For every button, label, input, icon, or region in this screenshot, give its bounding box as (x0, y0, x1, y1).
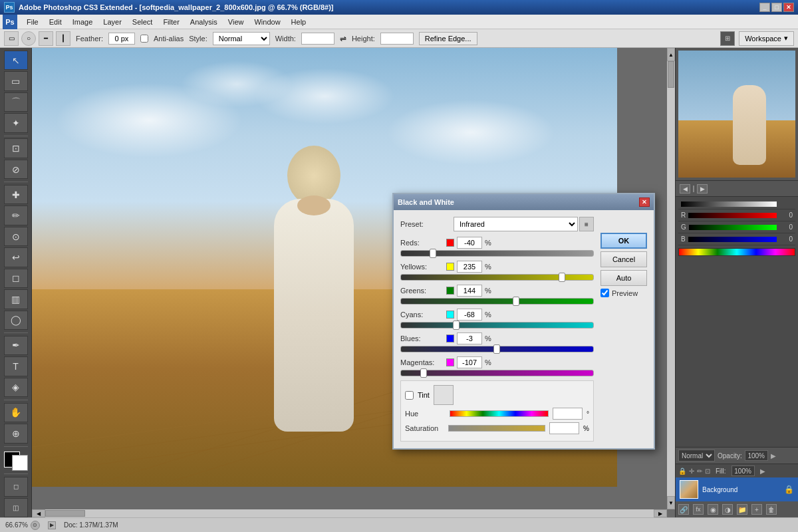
refine-edge-button[interactable]: Refine Edge... (419, 32, 477, 45)
quickmask-mode-btn[interactable]: ◫ (4, 498, 28, 517)
brush-small-icon[interactable]: ✏ (697, 467, 702, 475)
magentas-thumb[interactable] (420, 368, 427, 378)
move-tool[interactable]: ↖ (4, 51, 28, 70)
fx-btn[interactable]: fx (693, 504, 704, 515)
yellows-slider[interactable] (400, 274, 594, 281)
preset-options-btn[interactable]: ≡ (579, 217, 594, 231)
workspace-button[interactable]: Workspace ▾ (739, 31, 794, 46)
delete-layer-btn[interactable]: 🗑 (766, 504, 777, 515)
text-tool[interactable]: T (4, 356, 28, 376)
add-mask-btn[interactable]: ◉ (708, 504, 718, 515)
heal-tool[interactable]: ✚ (4, 185, 28, 204)
menu-select[interactable]: Select (127, 17, 158, 27)
reds-thumb[interactable] (430, 249, 436, 258)
fill-arrow-icon[interactable]: ▶ (760, 467, 765, 475)
menu-view[interactable]: View (223, 17, 249, 27)
status-nav-btn[interactable]: ▶ (48, 521, 56, 529)
marquee-ellipse-btn[interactable]: ○ (21, 31, 36, 46)
color-swatches[interactable] (4, 452, 28, 471)
vertical-scrollbar[interactable]: ▲ ▼ (667, 48, 675, 509)
maximize-button[interactable]: □ (771, 3, 782, 12)
lock-icon[interactable]: 🔒 (678, 467, 686, 475)
scroll-up-btn[interactable]: ▲ (667, 48, 675, 61)
menu-image[interactable]: Image (67, 17, 98, 27)
opacity-arrow-icon[interactable]: ▶ (771, 452, 776, 460)
move-icon[interactable]: ✛ (689, 467, 694, 475)
cyans-input[interactable]: -68 (457, 309, 482, 321)
layer-blend-dropdown[interactable]: Normal (678, 450, 715, 462)
saturation-input[interactable] (549, 422, 579, 434)
greens-input[interactable]: 144 (457, 285, 482, 297)
fill-input[interactable]: 100% (732, 466, 755, 476)
preset-select[interactable]: Infrared Default High Contrast Blue Filt… (454, 217, 578, 231)
minimize-button[interactable]: _ (759, 3, 770, 12)
menu-file[interactable]: File (21, 17, 44, 27)
bw-dialog-close-btn[interactable]: ✕ (639, 198, 650, 207)
zoom-tool[interactable]: ⊕ (4, 424, 28, 443)
menu-help[interactable]: Help (286, 17, 312, 27)
antialias-checkbox[interactable] (140, 35, 148, 43)
tint-checkbox[interactable] (405, 391, 414, 400)
preview-checkbox[interactable] (600, 289, 609, 297)
tint-swatch[interactable] (434, 385, 454, 405)
panel-nav-left[interactable]: ◀ (680, 184, 690, 194)
greens-slider[interactable] (400, 298, 594, 305)
opacity-input[interactable]: 100% (745, 450, 768, 461)
h-scroll-thumb[interactable] (45, 510, 85, 517)
scroll-down-btn[interactable]: ▼ (667, 496, 675, 509)
cyans-slider[interactable] (400, 322, 594, 329)
eraser-tool[interactable]: ◻ (4, 269, 28, 288)
menu-filter[interactable]: Filter (158, 17, 184, 27)
marquee-tool[interactable]: ▭ (4, 71, 28, 90)
greens-thumb[interactable] (513, 297, 519, 306)
new-group-btn[interactable]: 📁 (737, 504, 747, 515)
swap-icon[interactable]: ⇌ (340, 34, 346, 43)
magentas-slider[interactable] (400, 370, 594, 376)
marquee-row-btn[interactable]: ━ (39, 31, 53, 46)
lasso-tool[interactable]: ⌒ (4, 92, 28, 112)
horizontal-scrollbar[interactable]: ◀ ▶ (32, 509, 667, 517)
history-brush-tool[interactable]: ↩ (4, 247, 28, 267)
stamp-tool[interactable]: ⊙ (4, 227, 28, 246)
background-color[interactable] (12, 455, 28, 471)
all-lock-icon[interactable]: ⊡ (705, 467, 710, 475)
close-button[interactable]: ✕ (783, 3, 794, 12)
auto-button[interactable]: Auto (600, 270, 647, 286)
new-layer-btn[interactable]: + (751, 504, 762, 515)
feather-input[interactable] (108, 33, 135, 45)
pen-tool[interactable]: ✒ (4, 336, 28, 355)
menu-layer[interactable]: Layer (98, 17, 127, 27)
zoom-info-icon[interactable]: ⊙ (31, 521, 40, 530)
cyans-thumb[interactable] (453, 321, 460, 330)
hand-tool[interactable]: ✋ (4, 403, 28, 422)
scroll-left-btn[interactable]: ◀ (32, 509, 45, 517)
adj-layer-btn[interactable]: ◑ (722, 504, 733, 515)
reds-slider[interactable] (400, 250, 594, 257)
height-input[interactable] (380, 33, 414, 45)
dodge-tool[interactable]: ◯ (4, 311, 28, 330)
link-layers-btn[interactable]: 🔗 (678, 504, 689, 515)
width-input[interactable] (301, 33, 334, 45)
magic-wand-tool[interactable]: ✦ (4, 113, 28, 132)
workspace-icon[interactable]: ⊞ (720, 31, 735, 46)
blues-thumb[interactable] (493, 344, 500, 354)
yellows-input[interactable]: 235 (457, 261, 482, 273)
panel-nav-right[interactable]: ▶ (697, 184, 708, 194)
cancel-button[interactable]: Cancel (600, 251, 647, 267)
magentas-input[interactable]: -107 (457, 356, 482, 368)
ok-button[interactable]: OK (600, 233, 647, 249)
hue-input[interactable] (553, 408, 583, 420)
reds-input[interactable]: -40 (457, 237, 482, 249)
background-layer-row[interactable]: Background 🔒 (676, 477, 798, 501)
blues-input[interactable]: -3 (457, 332, 482, 344)
marquee-rect-btn[interactable]: ▭ (4, 31, 19, 46)
brush-tool[interactable]: ✏ (4, 205, 28, 225)
menu-edit[interactable]: Edit (44, 17, 67, 27)
shape-tool[interactable]: ◈ (4, 378, 28, 397)
eyedropper-tool[interactable]: ⊘ (4, 160, 28, 179)
style-dropdown[interactable]: Normal Fixed Ratio Fixed Size (213, 32, 270, 45)
scroll-right-btn[interactable]: ▶ (654, 509, 667, 517)
menu-analysis[interactable]: Analysis (185, 17, 223, 27)
menu-window[interactable]: Window (249, 17, 285, 27)
standard-mode-btn[interactable]: ◻ (4, 477, 28, 496)
